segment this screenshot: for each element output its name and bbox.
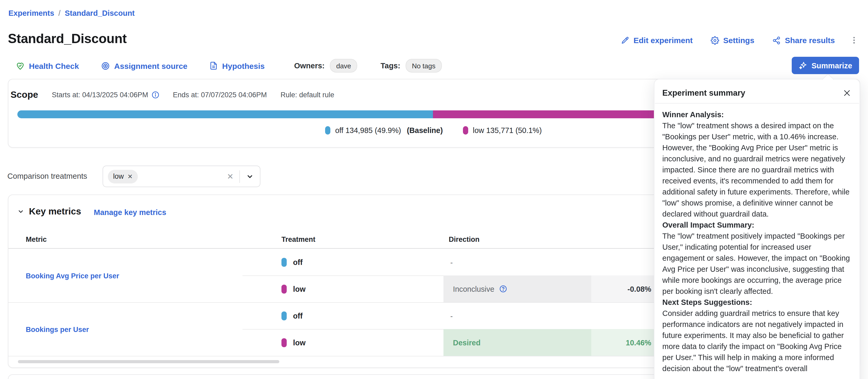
health-check-link[interactable]: Health Check [16,61,79,70]
heart-check-icon [16,61,25,70]
legend-swatch-low [463,126,468,135]
key-metrics-title: Key metrics [29,206,81,217]
meta-row: Health Check Assignment source Hypothesi… [16,59,442,73]
direction-cell-inconclusive: Inconclusive [443,275,591,302]
close-icon[interactable] [843,89,851,97]
treatment-chip-low[interactable]: low ✕ [108,170,138,183]
legend-text-low: low 135,771 (50.1%) [473,126,542,135]
tags-group: Tags: No tags [381,59,442,73]
column-header-direction: Direction [449,236,479,243]
info-icon[interactable] [151,91,159,99]
scope-header-row: Scope Starts at: 04/13/2025 04:06PM Ends… [10,89,334,100]
scope-starts: Starts at: 04/13/2025 04:06PM [52,91,159,99]
assignment-source-link[interactable]: Assignment source [101,61,187,70]
share-icon [772,36,781,44]
page-title: Standard_Discount [8,31,127,46]
column-header-treatment: Treatment [281,236,315,243]
share-results-label: Share results [785,36,835,45]
panel-title: Experiment summary [662,88,745,98]
key-metrics-header: Key metrics Manage key metrics [18,206,166,217]
treatment-swatch-off [281,258,287,267]
treatment-name: low [293,338,306,347]
owners-group: Owners: dave [294,59,357,73]
direction-value: - [450,258,453,267]
select-clear-icon[interactable]: ✕ [227,172,234,181]
baseline-suffix: (Baseline) [407,126,443,135]
owner-chip[interactable]: dave [330,59,357,73]
summarize-button[interactable]: Summarize [792,57,859,74]
direction-value: Inconclusive [453,285,494,293]
tag-chip[interactable]: No tags [406,59,442,73]
treatment-name: low [293,285,306,293]
manage-key-metrics-link[interactable]: Manage key metrics [94,208,166,216]
assignment-source-label: Assignment source [114,61,187,70]
summary-section: Next Steps Suggestions: Consider adding … [662,297,852,374]
horizontal-scrollbar-thumb[interactable] [18,360,279,363]
summary-section: Winner Analysis: The "low" treatment sho… [662,109,852,220]
hypothesis-link[interactable]: Hypothesis [210,61,265,70]
scope-ends: Ends at: 07/07/2025 04:06PM [173,91,267,99]
target-icon [101,61,110,70]
experiment-summary-panel: Experiment summary Winner Analysis: The … [654,79,860,379]
treatment-swatch-off [281,311,287,320]
hypothesis-label: Hypothesis [222,61,265,70]
settings-button[interactable]: Settings [711,36,754,45]
chevron-down-icon[interactable] [240,173,260,180]
section-body: The "low" treatment shows a desired impa… [662,120,852,220]
treatment-chip-label: low [113,172,124,180]
legend-item-low: low 135,771 (50.1%) [463,126,542,135]
scope-rule: Rule: default rule [281,91,334,99]
section-heading: Winner Analysis: [662,109,852,120]
breadcrumb-current-link[interactable]: Standard_Discount [65,9,135,18]
health-check-label: Health Check [29,61,79,70]
settings-label: Settings [723,36,754,45]
column-header-metric: Metric [26,236,47,243]
treatment-name: off [293,258,303,267]
edit-experiment-label: Edit experiment [633,36,692,45]
legend-swatch-off [325,126,330,135]
breadcrumb: Experiments / Standard_Discount [8,9,135,18]
share-results-button[interactable]: Share results [772,36,835,45]
help-icon[interactable] [499,285,507,293]
summary-section: Overall Impact Summary: The "low" treatm… [662,220,852,297]
panel-body: Winner Analysis: The "low" treatment sho… [654,104,860,374]
legend-item-off: off 134,985 (49.9%) (Baseline) [325,126,443,135]
allocation-segment-off [18,110,433,118]
collapse-chevron-icon[interactable] [18,208,24,215]
header-actions: Edit experiment Settings Share results [621,36,859,45]
breadcrumb-separator: / [58,9,61,18]
comparison-treatments-label: Comparison treatments [7,172,87,180]
document-icon [210,62,218,70]
legend-text-off: off 134,985 (49.9%) [335,126,401,135]
owners-label: Owners: [294,62,324,70]
pencil-icon [621,36,629,44]
kebab-icon [849,36,859,45]
section-body: Consider adding guardrail metrics to ens… [662,308,852,374]
scope-title: Scope [10,89,38,100]
direction-value: - [450,312,453,320]
section-heading: Next Steps Suggestions: [662,297,852,308]
direction-value: Desired [453,338,480,347]
kebab-menu-button[interactable] [849,36,859,45]
breadcrumb-experiments-link[interactable]: Experiments [8,9,54,18]
summarize-label: Summarize [811,61,852,70]
tags-label: Tags: [381,62,400,70]
edit-experiment-button[interactable]: Edit experiment [621,36,692,45]
sparkles-icon [798,61,807,70]
experiment-page: Experiments / Standard_Discount Standard… [0,0,868,379]
treatment-swatch-low [281,284,287,293]
chip-remove-icon[interactable]: ✕ [128,173,133,180]
section-body: The "low" treatment positively impacted … [662,231,852,297]
treatment-name: off [293,312,303,320]
direction-cell-desired: Desired [443,329,591,356]
treatment-swatch-low [281,338,287,347]
gear-icon [711,36,719,44]
comparison-treatments-select[interactable]: low ✕ ✕ [102,166,260,187]
section-heading: Overall Impact Summary: [662,220,852,231]
scope-starts-text: Starts at: 04/13/2025 04:06PM [52,91,148,99]
